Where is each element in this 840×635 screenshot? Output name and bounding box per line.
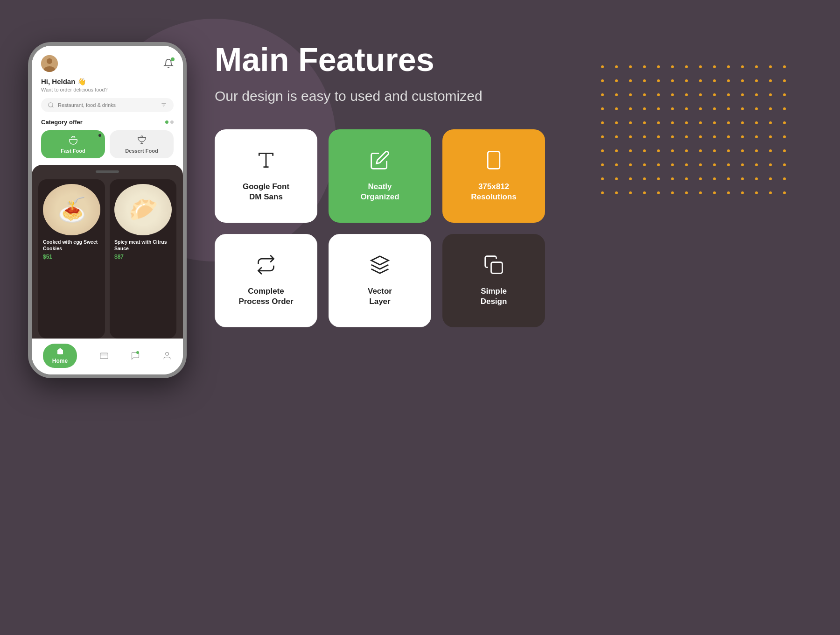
feature-label-google-font: Google FontDM Sans <box>243 182 289 202</box>
swipe-handle[interactable] <box>96 170 119 173</box>
home-icon <box>56 347 64 355</box>
phone-screen-icon <box>483 150 504 173</box>
arrows-icon <box>256 254 276 278</box>
phone-mockup: Hi, Heldan 👋 Want to order delicious foo… <box>28 42 187 378</box>
search-input[interactable] <box>58 102 157 108</box>
category-pill-dessert[interactable]: Dessert Food <box>110 130 174 158</box>
avatar <box>41 55 58 72</box>
fastfood-label: Fast Food <box>61 148 85 154</box>
nav-profile-button[interactable] <box>162 351 172 360</box>
category-pills: Fast Food Dessert Food <box>41 130 174 158</box>
feature-label-simple-design: SimpleDesign <box>481 286 507 307</box>
search-bar[interactable] <box>41 98 174 112</box>
food-card-1[interactable]: 🍝 Cooked with egg Sweet Cookies $51 <box>38 179 105 339</box>
category-pill-fastfood[interactable]: Fast Food <box>41 130 105 158</box>
feature-label-neatly-organized: NeatlyOrganized <box>360 182 399 202</box>
dumpling-plate: 🥟 <box>114 184 172 235</box>
svg-point-3 <box>49 103 53 107</box>
feature-card-google-font[interactable]: Google FontDM Sans <box>215 129 317 223</box>
search-icon <box>48 102 54 108</box>
features-section: Main Features Our design is easy to used… <box>215 42 812 327</box>
dot-inactive <box>170 120 174 124</box>
font-icon <box>256 150 276 173</box>
main-title: Main Features <box>215 42 812 78</box>
greeting-subtext: Want to order delicious food? <box>41 87 174 92</box>
food-cards-container: 🍝 Cooked with egg Sweet Cookies $51 🥟 Sp… <box>38 179 176 339</box>
svg-marker-16 <box>371 256 389 265</box>
phone-screen: Hi, Heldan 👋 Want to order delicious foo… <box>32 46 183 374</box>
food-name-2: Spicy meat with Citrus Sauce <box>114 239 172 252</box>
card-icon <box>99 351 109 360</box>
feature-card-neatly-organized[interactable]: NeatlyOrganized <box>329 129 431 223</box>
greeting-text: Hi, Heldan 👋 <box>41 78 174 86</box>
feature-label-vector-layer: VectorLayer <box>368 286 392 307</box>
dessert-label: Dessert Food <box>125 148 158 154</box>
dot-active <box>165 120 168 124</box>
svg-point-11 <box>166 353 169 356</box>
feature-label-resolutions: 375x812Resolutions <box>471 182 516 202</box>
phone-bottom-section: 🍝 Cooked with egg Sweet Cookies $51 🥟 Sp… <box>32 165 183 339</box>
feature-card-vector-layer[interactable]: VectorLayer <box>329 234 431 327</box>
svg-rect-17 <box>491 262 503 273</box>
filter-icon <box>161 102 167 108</box>
feature-label-process-order: CompleteProcess Order <box>238 286 293 307</box>
phone-nav-bar: Home <box>32 339 183 374</box>
food-price-1: $51 <box>43 254 100 260</box>
food-image-2: 🥟 <box>114 184 172 235</box>
food-image-1: 🍝 <box>43 184 100 235</box>
dessert-icon <box>137 135 147 145</box>
fastfood-icon <box>68 135 78 145</box>
feature-cards-grid: Google FontDM Sans NeatlyOrganized 375x8 <box>215 129 812 327</box>
phone-device: Hi, Heldan 👋 Want to order delicious foo… <box>28 42 187 378</box>
features-subtitle: Our design is easy to used and customize… <box>215 86 541 106</box>
svg-rect-14 <box>488 152 500 169</box>
food-price-2: $87 <box>114 254 172 260</box>
profile-icon <box>162 351 172 360</box>
category-title: Category offer <box>41 119 83 126</box>
food-card-2[interactable]: 🥟 Spicy meat with Citrus Sauce $87 <box>110 179 176 339</box>
phone-top-section: Hi, Heldan 👋 Want to order delicious foo… <box>32 46 183 165</box>
copy-icon <box>483 254 504 278</box>
feature-card-simple-design[interactable]: SimpleDesign <box>442 234 545 327</box>
phone-header <box>41 55 174 72</box>
food-name-1: Cooked with egg Sweet Cookies <box>43 239 100 252</box>
notification-dot <box>171 57 175 61</box>
nav-chat-button[interactable] <box>131 351 140 360</box>
pasta-plate: 🍝 <box>43 184 100 235</box>
feature-card-resolutions[interactable]: 375x812Resolutions <box>442 129 545 223</box>
svg-rect-9 <box>100 353 108 359</box>
notification-bell[interactable] <box>163 58 174 69</box>
svg-point-8 <box>141 136 143 138</box>
layers-icon <box>370 254 390 278</box>
category-header: Category offer <box>41 119 174 126</box>
feature-card-process-order[interactable]: CompleteProcess Order <box>215 234 317 327</box>
pill-active-dot <box>98 134 101 137</box>
category-dots <box>165 120 174 124</box>
svg-point-1 <box>47 58 52 64</box>
edit-icon <box>370 150 390 173</box>
nav-home-label: Home <box>52 358 68 364</box>
nav-home-button[interactable]: Home <box>43 344 77 368</box>
nav-card-button[interactable] <box>99 351 109 360</box>
